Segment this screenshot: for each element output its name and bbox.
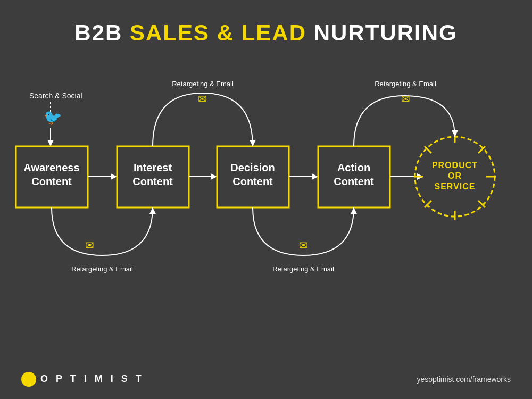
svg-marker-20 [250,140,256,146]
action-label: Action [337,162,370,173]
logo: O P T I M I S T [21,372,144,387]
decision-label2: Content [232,176,273,187]
awareness-label2: Content [31,176,72,187]
retargeting-label-tm: Retargeting & Email [172,80,234,88]
email-icon-bl: ✉ [85,239,94,251]
email-icon-tr: ✉ [401,93,410,105]
search-social-label: Search & Social [29,92,82,100]
retargeting-label-bl: Retargeting & Email [71,265,133,273]
svg-marker-4 [111,173,117,180]
svg-marker-8 [312,173,318,180]
decision-label: Decision [230,162,275,173]
svg-marker-19 [149,207,156,214]
logo-circle-icon [21,372,36,387]
svg-marker-2 [47,140,54,146]
logo-text: O P T I M I S T [40,373,144,385]
interest-label2: Content [132,176,173,187]
action-label2: Content [334,176,374,187]
retargeting-label-bm: Retargeting & Email [272,265,334,273]
twitter-icon: 🐦 [44,109,62,126]
product-label1: PRODUCT [432,161,478,170]
footer: O P T I M I S T yesoptimist.com/framewor… [0,359,532,399]
svg-marker-22 [452,130,458,137]
page-title: B2B SALES & LEAD NURTURING [0,0,532,46]
website-url: yesoptimist.com/frameworks [417,375,511,384]
svg-marker-6 [211,173,217,180]
svg-marker-21 [351,207,357,214]
page: B2B SALES & LEAD NURTURING Search & Soci… [0,0,532,399]
email-icon-tm: ✉ [198,93,207,105]
diagram-svg: Search & Social 🐦 Awareness Content Inte… [0,64,532,372]
title-part2: SALES & LEAD [130,20,306,45]
product-label2: OR [448,171,462,180]
email-icon-bm: ✉ [299,239,308,251]
title-part1: B2B [74,20,130,45]
awareness-label: Awareness [23,162,79,173]
retargeting-label-tr: Retargeting & Email [375,80,436,88]
interest-label: Interest [134,162,172,173]
title-part3: NURTURING [306,20,458,45]
product-label3: SERVICE [435,182,476,191]
